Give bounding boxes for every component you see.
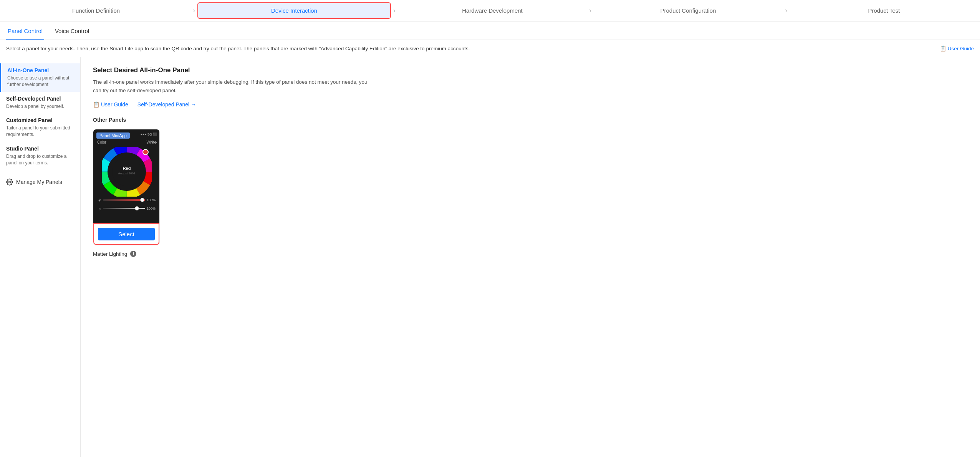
tab-bar: Panel Control Voice Control	[0, 23, 980, 40]
nav-connector-3: ›	[588, 7, 592, 15]
info-bar: Select a panel for your needs. Then, use…	[0, 40, 980, 57]
content-area: Select Desired All-in-One Panel The all-…	[81, 57, 980, 457]
tab-panel-control[interactable]: Panel Control	[6, 23, 44, 40]
section-title: Select Desired All-in-One Panel	[93, 66, 968, 74]
top-navigation: Function Definition › Device Interaction…	[0, 0, 980, 22]
sidebar-item-self-developed[interactable]: Self-Developed Panel Develop a panel by …	[0, 92, 80, 114]
brightness-icon: ☀	[98, 198, 101, 202]
manage-my-panels[interactable]: Manage My Panels	[0, 173, 80, 191]
select-button-wrapper: Select	[93, 223, 159, 245]
matter-lighting-row: Matter Lighting i	[93, 251, 968, 257]
panel-miniapp-badge: Panel MiniApp	[96, 132, 130, 139]
nav-item-function-definition[interactable]: Function Definition	[0, 0, 192, 21]
self-developed-panel-link[interactable]: Self-Developed Panel →	[137, 101, 196, 108]
other-panels-title: Other Panels	[93, 117, 968, 123]
warmth-slider-row: ☼ 100%	[98, 205, 156, 212]
sidebar-item-customized[interactable]: Customized Panel Tailor a panel to your …	[0, 113, 80, 142]
user-guide-link-top[interactable]: 📋 User Guide	[940, 45, 974, 51]
nav-connector-4: ›	[784, 7, 788, 15]
sidebar-item-studio[interactable]: Studio Panel Drag and drop to customize …	[0, 142, 80, 170]
main-layout: All-in-One Panel Choose to use a panel w…	[0, 57, 980, 457]
warmth-thumb[interactable]	[135, 206, 139, 210]
color-selector-dot	[142, 149, 149, 155]
svg-point-0	[9, 181, 11, 183]
links-row: 📋 User Guide Self-Developed Panel →	[93, 101, 968, 108]
user-guide-link-content[interactable]: 📋 User Guide	[93, 101, 128, 108]
nav-item-hardware-development[interactable]: Hardware Development	[396, 0, 588, 21]
select-button[interactable]: Select	[98, 228, 155, 240]
nav-connector-1: ›	[192, 7, 196, 15]
brightness-thumb[interactable]	[140, 198, 144, 202]
color-wheel: Red August 2001	[102, 147, 152, 197]
panel-mode-labels: Color White	[97, 140, 156, 144]
book-icon-content: 📋	[93, 101, 99, 108]
warmth-icon: ☼	[98, 207, 101, 211]
warmth-track	[103, 208, 145, 209]
brightness-slider-row: ☀ 100%	[98, 197, 156, 203]
gear-icon	[6, 179, 13, 185]
book-icon: 📋	[940, 45, 946, 51]
panel-status-bar: ●●● 5G ⬛	[141, 132, 157, 136]
nav-connector-2: ›	[392, 7, 396, 15]
matter-lighting-info-icon[interactable]: i	[130, 251, 136, 257]
sidebar: All-in-One Panel Choose to use a panel w…	[0, 57, 81, 457]
nav-item-product-configuration[interactable]: Product Configuration	[592, 0, 784, 21]
nav-item-device-interaction[interactable]: Device Interaction	[197, 2, 391, 19]
svg-text:Red: Red	[123, 166, 131, 171]
panel-sliders: ☀ 100% ☼ 100%	[98, 197, 156, 212]
brightness-track	[103, 199, 145, 201]
panel-preview-area: Panel MiniApp ●●● 5G ⬛ ••• Color White	[93, 129, 160, 223]
svg-text:August 2001: August 2001	[118, 172, 136, 175]
sidebar-item-all-in-one[interactable]: All-in-One Panel Choose to use a panel w…	[0, 63, 80, 92]
section-description: The all-in-one panel works immediately a…	[93, 78, 369, 94]
panel-miniapp-card: Panel MiniApp ●●● 5G ⬛ ••• Color White	[93, 129, 160, 245]
tab-voice-control[interactable]: Voice Control	[53, 23, 91, 40]
nav-item-product-test[interactable]: Product Test	[788, 0, 980, 21]
